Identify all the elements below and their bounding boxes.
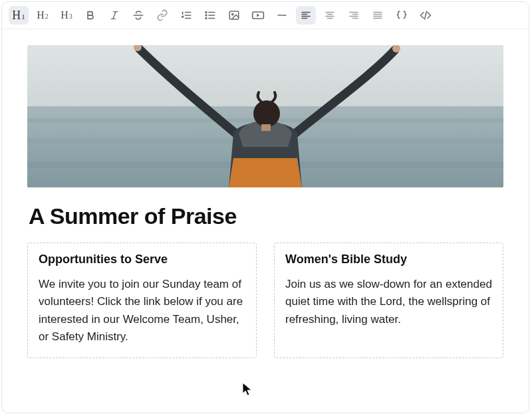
align-justify-icon [372,9,384,21]
ordered-list-button[interactable] [176,6,196,25]
svg-line-2 [113,12,116,19]
svg-rect-44 [261,124,271,131]
column-heading[interactable]: Opportunities to Serve [39,253,245,266]
video-button[interactable] [248,6,268,25]
hero-image[interactable] [27,45,503,187]
page-title[interactable]: A Summer of Praise [29,203,502,229]
bold-button[interactable] [80,6,100,25]
code-block-button[interactable] [392,6,412,25]
svg-point-43 [253,100,280,127]
strikethrough-button[interactable] [128,6,148,25]
hero-image-art [27,45,503,187]
unordered-list-button[interactable] [200,6,220,25]
column-cell[interactable]: Opportunities to Serve We invite you to … [27,243,257,358]
italic-button[interactable] [104,6,124,25]
unordered-list-icon [204,9,216,21]
heading-3-icon: H [61,9,68,21]
link-button[interactable] [152,6,172,25]
svg-rect-36 [27,45,503,106]
column-body[interactable]: Join us as we slow-down for an extended … [285,276,492,328]
image-button[interactable] [224,6,244,25]
divider-icon [276,9,288,21]
align-center-button[interactable] [320,6,340,25]
italic-icon [109,10,120,21]
align-center-icon [324,9,336,21]
heading-2-button[interactable]: H2 [33,6,53,25]
formatting-toolbar: H1 H2 H3 [2,2,529,29]
svg-marker-16 [257,14,259,17]
ordered-list-icon [180,9,192,21]
link-icon [156,9,168,21]
code-icon [419,9,432,21]
video-icon [251,10,265,21]
align-justify-button[interactable] [368,6,388,25]
align-right-button[interactable] [344,6,364,25]
two-column-layout: Opportunities to Serve We invite you to … [27,243,503,358]
editor-frame: H1 H2 H3 [1,1,529,413]
strikethrough-icon [132,9,144,21]
bold-icon [85,10,96,21]
svg-point-12 [205,18,207,19]
svg-point-11 [205,15,207,16]
align-left-icon [300,9,312,21]
heading-1-button[interactable]: H1 [9,6,29,25]
align-left-button[interactable] [296,6,316,25]
svg-line-34 [425,11,427,19]
braces-icon [395,9,408,21]
column-heading[interactable]: Women's Bible Study [285,253,492,266]
html-button[interactable] [416,6,436,25]
heading-3-button[interactable]: H3 [57,6,76,25]
image-icon [228,9,240,21]
svg-point-10 [205,12,207,13]
align-right-icon [348,9,360,21]
column-cell[interactable]: Women's Bible Study Join us as we slow-d… [274,243,503,358]
divider-button[interactable] [272,6,292,25]
heading-2-icon: H [37,9,45,21]
column-body[interactable]: We invite you to join our Sunday team of… [39,276,245,346]
editor-canvas[interactable]: A Summer of Praise Opportunities to Serv… [2,29,529,413]
svg-point-14 [232,13,233,15]
heading-1-icon: H [12,9,21,23]
